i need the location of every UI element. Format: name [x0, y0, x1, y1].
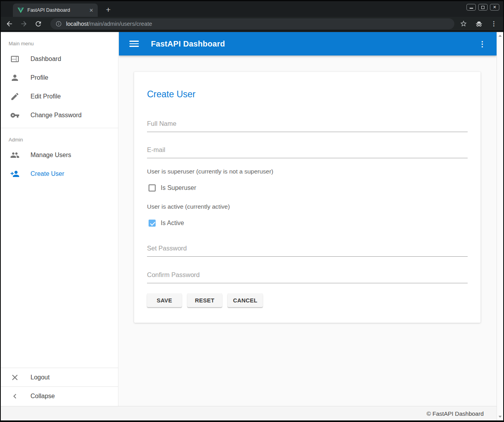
close-window-button[interactable]: ✕ [490, 4, 499, 11]
browser-toolbar: localhost/main/admin/users/create ⋮ [1, 17, 503, 31]
tab-strip: FastAPI Dashboard ✕ + ✕ [1, 1, 503, 17]
window-controls: ✕ [466, 4, 499, 11]
sidebar-item-profile[interactable]: Profile [1, 68, 118, 87]
set-password-input[interactable] [147, 245, 468, 257]
site-info-icon[interactable] [56, 21, 62, 27]
appbar-title: FastAPI Dashboard [151, 39, 225, 48]
page-content: Main menu Dashboard Profile Edit Profile… [1, 32, 503, 420]
url-path: /main/admin/users/create [88, 21, 152, 27]
url-host: localhost [66, 21, 88, 27]
back-icon[interactable] [5, 20, 13, 28]
scrollbar-down-arrow-icon[interactable] [499, 416, 502, 418]
tab-close-icon[interactable]: ✕ [88, 7, 94, 13]
footer: © FastAPI Dashboard [1, 406, 497, 420]
active-checkbox-row[interactable]: Is Active [149, 219, 468, 227]
superuser-hint: User is superuser (currently is not a su… [147, 168, 468, 175]
sidebar-item-label: Dashboard [30, 55, 61, 63]
reset-button[interactable]: RESET [187, 293, 222, 307]
confirm-password-field-wrap [147, 271, 468, 283]
footer-copyright: © FastAPI Dashboard [427, 410, 484, 417]
new-tab-button[interactable]: + [103, 5, 113, 15]
app-bar: FastAPI Dashboard ⋮ [119, 32, 497, 55]
sidebar-item-logout[interactable]: Logout [1, 368, 118, 386]
sidebar-item-dashboard[interactable]: Dashboard [1, 50, 118, 68]
scrollbar-up-arrow-icon[interactable] [499, 35, 502, 37]
url-bar[interactable]: localhost/main/admin/users/create [50, 18, 454, 29]
superuser-checkbox-label: Is Superuser [161, 184, 196, 191]
close-icon [10, 373, 20, 382]
forward-icon[interactable] [20, 20, 28, 28]
browser-menu-icon[interactable]: ⋮ [491, 21, 497, 27]
set-password-field-wrap [147, 245, 468, 257]
sidebar-divider [1, 128, 118, 128]
page-title: Create User [147, 72, 468, 100]
active-hint: User is active (currently active) [147, 203, 468, 211]
sidebar-item-label: Manage Users [30, 152, 71, 159]
sidebar-section-label: Main menu [9, 41, 118, 46]
create-user-card: Create User User is superuser (currently… [134, 72, 481, 323]
key-icon [10, 111, 20, 120]
save-button[interactable]: SAVE [147, 293, 182, 307]
full-name-field-wrap [147, 120, 468, 132]
sidebar-item-manage-users[interactable]: Manage Users [1, 146, 118, 165]
toolbar-right: ⋮ [460, 20, 497, 28]
hamburger-menu-icon[interactable] [129, 41, 139, 47]
main-area: FastAPI Dashboard ⋮ Create User User is … [119, 32, 497, 406]
superuser-checkbox-row[interactable]: Is Superuser [149, 184, 468, 192]
person-icon [10, 73, 20, 82]
email-input[interactable] [147, 146, 468, 158]
cancel-button[interactable]: CANCEL [228, 293, 263, 307]
url-text: localhost/main/admin/users/create [66, 21, 152, 27]
dashboard-icon [10, 54, 20, 64]
sidebar: Main menu Dashboard Profile Edit Profile… [1, 32, 118, 406]
active-checkbox-label: Is Active [161, 220, 184, 227]
person-add-icon [10, 169, 20, 179]
confirm-password-input[interactable] [147, 271, 468, 283]
sidebar-item-create-user[interactable]: Create User [1, 165, 118, 183]
chevron-left-icon [10, 392, 20, 401]
appbar-menu-icon[interactable]: ⋮ [479, 39, 486, 48]
browser-window: FastAPI Dashboard ✕ + ✕ localhost/main/a… [1, 1, 503, 420]
sidebar-item-label: Edit Profile [30, 93, 61, 100]
full-name-input[interactable] [147, 120, 468, 132]
page-scrollbar[interactable] [497, 32, 503, 420]
browser-tab[interactable]: FastAPI Dashboard ✕ [13, 4, 98, 17]
pencil-icon [10, 92, 20, 101]
form-buttons: SAVE RESET CANCEL [147, 293, 468, 307]
sidebar-item-label: Create User [30, 170, 64, 177]
sidebar-item-label: Collapse [30, 393, 55, 400]
tab-title: FastAPI Dashboard [27, 7, 88, 13]
vue-favicon-icon [18, 7, 24, 13]
minimize-button[interactable] [466, 4, 476, 11]
sidebar-item-label: Change Password [30, 112, 82, 119]
sidebar-bottom: Logout Collapse [1, 368, 118, 405]
sidebar-item-collapse[interactable]: Collapse [1, 386, 118, 405]
sidebar-item-label: Logout [30, 374, 50, 381]
reload-icon[interactable] [34, 20, 42, 28]
email-field-wrap [147, 146, 468, 158]
sidebar-item-change-password[interactable]: Change Password [1, 106, 118, 125]
people-icon [10, 150, 20, 160]
sidebar-item-label: Profile [30, 74, 48, 81]
sidebar-item-edit-profile[interactable]: Edit Profile [1, 87, 118, 106]
maximize-button[interactable] [478, 4, 488, 11]
superuser-checkbox[interactable] [149, 184, 156, 191]
bookmark-star-icon[interactable] [460, 20, 467, 27]
incognito-icon [475, 20, 483, 28]
active-checkbox[interactable] [149, 220, 156, 227]
sidebar-section-label: Admin [9, 137, 118, 143]
